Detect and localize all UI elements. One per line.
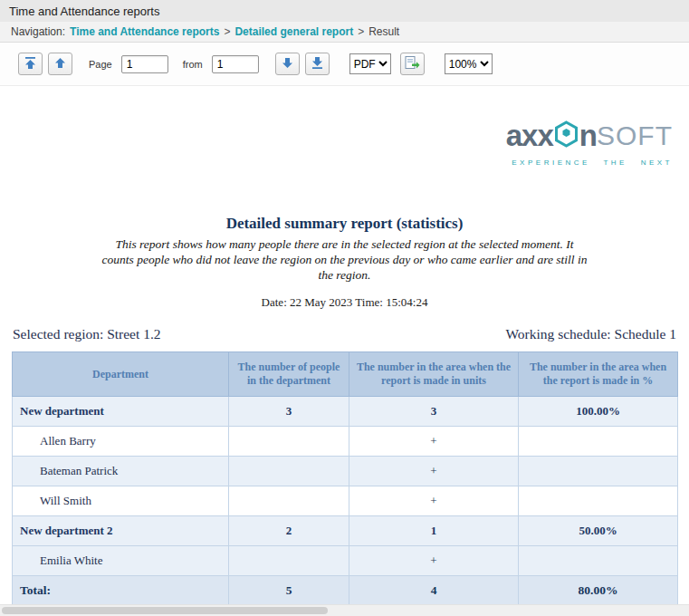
cell-name: Emilia White	[13, 546, 229, 576]
report-table: Department The number of people in the d…	[12, 351, 678, 604]
first-page-button[interactable]	[18, 53, 43, 75]
cell-people	[229, 486, 349, 516]
breadcrumb-separator: >	[224, 25, 230, 38]
working-schedule-label: Working schedule: Schedule 1	[505, 326, 676, 342]
column-header-in-area-units: The number in the area when the report i…	[349, 352, 519, 397]
cell-units: +	[349, 546, 519, 576]
report-description: This report shows how many people there …	[100, 236, 589, 283]
logo-tagline: EXPERIENCE THE NEXT	[506, 159, 673, 167]
cell-units: +	[349, 427, 519, 457]
cell-people: 3	[229, 397, 349, 427]
format-select[interactable]: PDF	[349, 53, 391, 74]
arrow-up-bar-icon	[24, 57, 36, 72]
zoom-select[interactable]: 100%	[445, 53, 493, 74]
last-page-button[interactable]	[305, 53, 330, 75]
arrow-up-icon	[54, 57, 66, 72]
report-title: Detailed summary report (statistics)	[0, 215, 689, 233]
cell-name: Total:	[13, 576, 229, 605]
breadcrumb-separator: >	[358, 25, 364, 38]
window-title: Time and Attendance reports	[9, 5, 159, 18]
cell-units: 4	[349, 576, 519, 605]
logo-text-axx: axx	[506, 119, 553, 153]
cell-units: 1	[349, 516, 519, 546]
report-datetime: Date: 22 May 2023 Time: 15:04:24	[0, 295, 689, 310]
table-header-row: Department The number of people in the d…	[13, 352, 678, 397]
previous-page-button[interactable]	[48, 53, 72, 75]
selected-region-label: Selected region: Street 1.2	[13, 326, 161, 342]
app-window: Time and Attendance reports Navigation: …	[0, 0, 689, 616]
export-button[interactable]	[400, 53, 425, 75]
cell-name: Allen Barry	[13, 427, 229, 457]
table-row: New department 22150.00%	[13, 516, 678, 546]
from-label: from	[183, 59, 203, 70]
breadcrumb-current: Result	[368, 25, 399, 38]
cell-units: +	[349, 457, 519, 486]
cell-percent	[519, 486, 678, 516]
table-row: Total:5480.00%	[13, 576, 678, 605]
column-header-in-area-percent: The number in the area when the report i…	[519, 352, 678, 397]
table-row: Emilia White+	[13, 546, 678, 576]
window-titlebar: Time and Attendance reports	[0, 0, 689, 22]
cell-people: 2	[229, 516, 349, 546]
cell-percent	[519, 546, 678, 576]
toolbar: Page from PDF	[0, 43, 689, 86]
cell-percent: 50.00%	[519, 516, 678, 546]
cell-percent	[519, 457, 678, 486]
table-row: Allen Barry+	[13, 427, 678, 457]
export-icon	[405, 56, 420, 72]
breadcrumb: Navigation: Time and Attendance reports …	[0, 22, 689, 43]
hexagon-o-icon	[554, 120, 579, 151]
logo-text-soft: SOFT	[597, 120, 673, 151]
table-row: New department33100.00%	[13, 397, 678, 427]
total-pages-input[interactable]	[212, 55, 259, 73]
breadcrumb-link-time-attendance[interactable]: Time and Attendance reports	[70, 25, 219, 38]
breadcrumb-label: Navigation:	[11, 25, 65, 38]
cell-percent	[519, 427, 678, 457]
logo-text-n: n	[579, 119, 597, 153]
cell-percent: 100.00%	[519, 397, 678, 427]
cell-people	[229, 546, 349, 576]
cell-units: +	[349, 486, 519, 516]
cell-units: 3	[349, 397, 519, 427]
horizontal-scrollbar[interactable]	[0, 604, 689, 616]
column-header-department: Department	[13, 352, 229, 397]
cell-name: New department	[13, 397, 229, 427]
cell-name: Will Smith	[13, 486, 229, 516]
cell-name: New department 2	[13, 516, 229, 546]
cell-percent: 80.00%	[519, 576, 678, 605]
column-header-people-count: The number of people in the department	[229, 352, 349, 397]
table-row: Will Smith+	[13, 486, 678, 516]
page-label: Page	[89, 59, 112, 70]
report-parameters: Selected region: Street 1.2 Working sche…	[13, 326, 676, 342]
report-table-body: New department33100.00%Allen Barry+Batem…	[13, 397, 678, 605]
scrollbar-thumb[interactable]	[2, 607, 328, 614]
cell-people: 5	[229, 576, 349, 605]
breadcrumb-link-detailed-general-report[interactable]: Detailed general report	[234, 25, 353, 38]
table-row: Bateman Patrick+	[13, 457, 678, 486]
axxonsoft-logo: axx n SOFT EXPERIENCE THE NEXT	[506, 119, 673, 167]
cell-people	[229, 457, 349, 486]
arrow-down-icon	[282, 57, 293, 72]
next-page-button[interactable]	[275, 53, 300, 75]
cell-name: Bateman Patrick	[13, 457, 229, 486]
arrow-down-bar-icon	[311, 57, 323, 72]
page-number-input[interactable]	[121, 55, 168, 73]
cell-people	[229, 427, 349, 457]
report-page: axx n SOFT EXPERIENCE THE NEXT Detailed …	[0, 86, 689, 604]
